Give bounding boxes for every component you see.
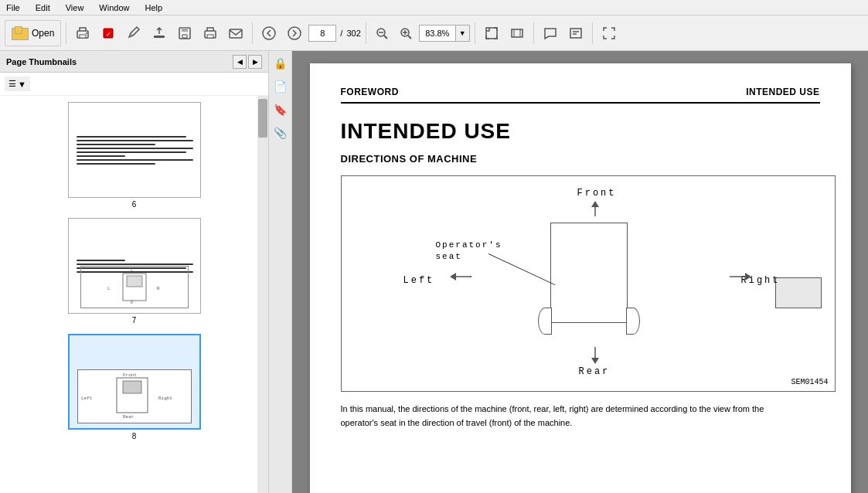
- machine-body: [550, 223, 628, 323]
- thumb-line: [77, 264, 194, 265]
- sidebar-controls: ◀ ▶: [233, 55, 262, 69]
- header-left: FOREWORD: [341, 87, 399, 97]
- zoom-control: ▼: [419, 25, 470, 42]
- zoom-out-button[interactable]: [371, 20, 393, 46]
- lock-icon[interactable]: 🔒: [271, 54, 290, 73]
- left-label: Left: [403, 275, 435, 286]
- svg-line-20: [408, 36, 411, 39]
- separator-5: [533, 22, 534, 44]
- page-header: FOREWORD INTENDED USE: [341, 87, 820, 104]
- svg-rect-5: [154, 36, 165, 38]
- operator-label-line2: seat: [436, 252, 462, 261]
- zoom-input[interactable]: [419, 25, 456, 42]
- thumb-diagram-8: Left Right Front Rear: [77, 369, 192, 423]
- thumbnail-area[interactable]: 6 L: [0, 96, 268, 493]
- page-number-input[interactable]: [308, 25, 336, 42]
- paperclip-icon[interactable]: 📎: [271, 124, 290, 142]
- separator-3: [366, 22, 366, 44]
- upload-button[interactable]: [148, 20, 171, 46]
- menu-window[interactable]: Window: [96, 2, 132, 13]
- sidebar-title: Page Thumbnails: [6, 57, 77, 66]
- print-button[interactable]: [71, 20, 94, 46]
- sidebar: Page Thumbnails ◀ ▶ ☰ ▼: [0, 51, 269, 493]
- svg-line-16: [384, 36, 387, 39]
- thumb-line: [77, 159, 194, 161]
- body-text: In this manual, the directions of the ma…: [341, 403, 820, 430]
- svg-text:R: R: [157, 286, 160, 291]
- email-button[interactable]: [224, 20, 247, 46]
- menu-edit[interactable]: Edit: [32, 2, 53, 13]
- thumbnail-page-6[interactable]: 6: [6, 102, 262, 209]
- content-area[interactable]: FOREWORD INTENDED USE INTENDED USE DIREC…: [292, 51, 868, 493]
- svg-rect-1: [80, 35, 86, 38]
- svg-rect-25: [127, 276, 142, 287]
- comment-button[interactable]: [539, 20, 562, 46]
- thumbnail-label-8: 8: [132, 432, 137, 440]
- bookmark-icon[interactable]: 🔖: [271, 100, 290, 119]
- menu-view[interactable]: View: [63, 2, 87, 13]
- thumbnail-image-8: Left Right Front Rear: [68, 334, 201, 430]
- thumb-line: [77, 140, 194, 141]
- menu-file[interactable]: File: [3, 2, 23, 13]
- zoom-in-button[interactable]: [395, 20, 417, 46]
- pdf-page: FOREWORD INTENDED USE INTENDED USE DIREC…: [310, 63, 851, 493]
- menu-help[interactable]: Help: [141, 2, 165, 13]
- body-text-line2: operator's seat in the direction of trav…: [341, 418, 573, 427]
- sidebar-menu-dropdown-icon: ▼: [18, 80, 26, 89]
- scrollbar-thumb[interactable]: [258, 99, 267, 138]
- next-page-button[interactable]: [283, 20, 306, 46]
- scrollbar-track[interactable]: [257, 96, 268, 493]
- svg-text:✓: ✓: [106, 31, 111, 38]
- thumbnail-image-7: L R F R: [68, 218, 201, 314]
- prev-page-button[interactable]: [257, 20, 281, 46]
- zoom-dropdown-button[interactable]: ▼: [456, 25, 470, 42]
- separator-4: [475, 22, 475, 44]
- svg-rect-7: [182, 28, 188, 32]
- svg-text:R: R: [131, 301, 133, 304]
- sidebar-tools: ☰ ▼: [0, 73, 268, 96]
- svg-point-2: [86, 32, 87, 34]
- page-total: 302: [346, 29, 360, 38]
- left-icon-panel: 🔒 📄 🔖 📎: [269, 51, 292, 493]
- thumbnail-image-6: [68, 102, 201, 198]
- thumb-lines-6: [69, 129, 200, 172]
- thumbnail-label-6: 6: [132, 200, 137, 209]
- stamp-button[interactable]: ✓: [97, 20, 120, 46]
- arrow-left-icon: [450, 269, 473, 287]
- svg-point-13: [288, 27, 301, 39]
- thumbnail-page-7[interactable]: L R F R 7: [6, 218, 262, 325]
- fit-width-button[interactable]: [505, 20, 529, 46]
- sidebar-header: Page Thumbnails ◀ ▶: [0, 51, 268, 73]
- sidebar-collapse-right-button[interactable]: ▶: [248, 55, 262, 69]
- sidebar-menu-button[interactable]: ☰ ▼: [5, 76, 30, 91]
- thumb-diagram-7: L R F R: [80, 266, 189, 308]
- arrow-down-icon: [587, 347, 603, 366]
- page-separator: /: [340, 29, 342, 38]
- save-button[interactable]: [173, 20, 196, 46]
- page-subtitle: DIRECTIONS OF MACHINE: [341, 153, 820, 165]
- diagram-reference: SEM01454: [791, 378, 828, 386]
- edit-button[interactable]: [122, 20, 145, 46]
- sidebar-menu-icon: ☰: [9, 79, 16, 89]
- menu-bar: File Edit View Window Help: [0, 0, 868, 15]
- svg-text:Front: Front: [123, 372, 137, 378]
- svg-rect-23: [570, 29, 581, 38]
- markup-button[interactable]: [564, 20, 587, 46]
- svg-marker-44: [591, 358, 599, 364]
- thumb-line: [77, 155, 125, 157]
- sidebar-collapse-left-button[interactable]: ◀: [233, 55, 247, 69]
- print2-button[interactable]: [199, 20, 222, 46]
- separator-2: [252, 22, 253, 44]
- thumb-line: [77, 144, 156, 145]
- directions-diagram: Front Operator's seat: [341, 175, 836, 392]
- svg-rect-10: [207, 35, 213, 38]
- fullscreen-button[interactable]: [597, 20, 621, 46]
- svg-marker-37: [591, 201, 599, 207]
- open-button[interactable]: Open: [5, 20, 61, 46]
- thumbnail-page-8[interactable]: Left Right Front Rear 8: [6, 334, 262, 440]
- operator-pointer-line: [488, 253, 555, 285]
- svg-rect-8: [182, 35, 187, 38]
- document-icon[interactable]: 📄: [271, 77, 290, 96]
- header-right: INTENDED USE: [746, 87, 819, 97]
- fit-page-button[interactable]: [480, 20, 503, 46]
